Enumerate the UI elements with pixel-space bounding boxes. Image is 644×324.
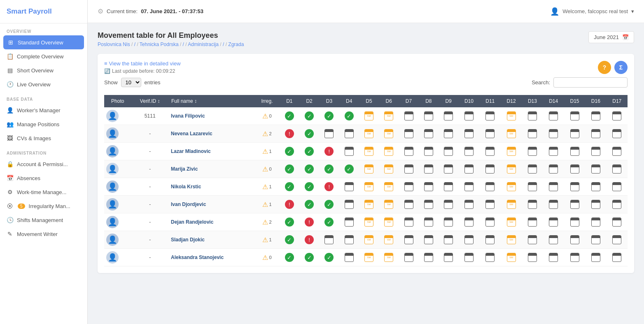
day-cell-d3[interactable]: ✓ <box>319 160 339 178</box>
day-cell-d4[interactable] <box>339 143 359 160</box>
day-cell-d12[interactable]: SM <box>501 231 522 249</box>
day-cell-d17[interactable] <box>607 125 628 143</box>
day-cell-d9[interactable] <box>439 125 458 143</box>
day-cell-d8[interactable] <box>419 249 439 266</box>
day-cell-d5[interactable]: SM <box>359 143 379 160</box>
table-row[interactable]: 👤-Dejan Randjelovic⚠2✓!✓SMSMSM <box>104 213 628 231</box>
col-full-name[interactable]: Full name ↕ <box>169 95 254 107</box>
day-cell-d15[interactable] <box>564 178 585 196</box>
sidebar-item-live-overview[interactable]: 🕐 Live Overview <box>0 77 87 91</box>
day-cell-d7[interactable] <box>399 107 418 125</box>
table-row[interactable]: 👤-Marija Zivic⚠0✓✓✓✓SMSMSM <box>104 160 628 178</box>
day-cell-d5[interactable]: SM <box>359 160 379 178</box>
sidebar-item-absences[interactable]: 📅 Absences <box>0 171 87 185</box>
day-cell-d13[interactable] <box>522 125 543 143</box>
day-cell-d1[interactable]: ✓ <box>280 249 299 266</box>
day-cell-d13[interactable] <box>522 143 543 160</box>
day-cell-d15[interactable] <box>564 125 585 143</box>
day-cell-d1[interactable]: ! <box>280 125 299 143</box>
day-cell-d13[interactable] <box>522 231 543 249</box>
day-cell-d9[interactable] <box>439 249 458 266</box>
day-cell-d6[interactable]: SM <box>379 213 399 231</box>
day-cell-d1[interactable]: ✓ <box>280 231 299 249</box>
day-cell-d8[interactable] <box>419 213 439 231</box>
day-cell-d13[interactable] <box>522 178 543 196</box>
day-cell-d1[interactable]: ✓ <box>280 107 299 125</box>
day-cell-d17[interactable] <box>607 231 628 249</box>
day-cell-d4[interactable]: ✓ <box>339 107 359 125</box>
day-cell-d8[interactable] <box>419 178 439 196</box>
day-cell-d7[interactable] <box>399 125 418 143</box>
day-cell-d6[interactable]: SM <box>379 143 399 160</box>
day-cell-d6[interactable]: SM <box>379 160 399 178</box>
day-cell-d12[interactable]: SM <box>501 125 522 143</box>
day-cell-d12[interactable]: SM <box>501 196 522 213</box>
day-cell-d14[interactable] <box>543 196 564 213</box>
day-cell-d9[interactable] <box>439 178 458 196</box>
day-cell-d3[interactable] <box>319 231 339 249</box>
day-cell-d10[interactable] <box>458 213 479 231</box>
table-row[interactable]: 👤-Sladjan Djokic⚠1✓!SMSMSM <box>104 231 628 249</box>
day-cell-d4[interactable] <box>339 178 359 196</box>
day-cell-d12[interactable]: SM <box>501 107 522 125</box>
day-cell-d12[interactable]: SM <box>501 249 522 266</box>
sidebar-item-account-permissions[interactable]: 🔒 Account & Permissi... <box>0 157 87 171</box>
day-cell-d2[interactable]: ✓ <box>299 249 319 266</box>
day-cell-d10[interactable] <box>458 125 479 143</box>
day-cell-d11[interactable] <box>480 178 501 196</box>
day-cell-d17[interactable] <box>607 196 628 213</box>
day-cell-d5[interactable]: SM <box>359 178 379 196</box>
sidebar-item-standard-overview[interactable]: ⊞ Standard Overview <box>3 35 84 49</box>
day-cell-d4[interactable] <box>339 196 359 213</box>
day-cell-d2[interactable]: ✓ <box>299 143 319 160</box>
day-cell-d8[interactable] <box>419 107 439 125</box>
sidebar-item-cvs-images[interactable]: 🖼 CVs & Images <box>0 131 87 145</box>
day-cell-d14[interactable] <box>543 125 564 143</box>
day-cell-d2[interactable]: ! <box>299 231 319 249</box>
day-cell-d9[interactable] <box>439 196 458 213</box>
day-cell-d11[interactable] <box>480 231 501 249</box>
day-cell-d1[interactable]: ✓ <box>280 213 299 231</box>
day-cell-d5[interactable]: SM <box>359 249 379 266</box>
day-cell-d17[interactable] <box>607 249 628 266</box>
day-cell-d13[interactable] <box>522 249 543 266</box>
day-cell-d4[interactable] <box>339 249 359 266</box>
sidebar-item-movement-writer[interactable]: ✎ Movement Writer <box>0 227 87 241</box>
day-cell-d15[interactable] <box>564 213 585 231</box>
day-cell-d5[interactable]: SM <box>359 213 379 231</box>
day-cell-d8[interactable] <box>419 125 439 143</box>
day-cell-d11[interactable] <box>480 125 501 143</box>
day-cell-d4[interactable] <box>339 125 359 143</box>
day-cell-d4[interactable] <box>339 231 359 249</box>
day-cell-d15[interactable] <box>564 160 585 178</box>
day-cell-d16[interactable] <box>585 196 606 213</box>
date-picker[interactable]: June 2021 📅 <box>588 31 634 43</box>
sigma-button[interactable]: Σ <box>614 61 628 74</box>
day-cell-d3[interactable]: ✓ <box>319 213 339 231</box>
day-cell-d15[interactable] <box>564 143 585 160</box>
day-cell-d9[interactable] <box>439 160 458 178</box>
day-cell-d13[interactable] <box>522 196 543 213</box>
day-cell-d4[interactable] <box>339 213 359 231</box>
day-cell-d12[interactable]: SM <box>501 143 522 160</box>
table-row[interactable]: 👤-Ivan Djordjevic⚠1!✓✓SMSMSM <box>104 196 628 213</box>
day-cell-d1[interactable]: ✓ <box>280 143 299 160</box>
day-cell-d1[interactable]: ✓ <box>280 178 299 196</box>
day-cell-d17[interactable] <box>607 213 628 231</box>
table-row[interactable]: 👤-Nevena Lazarevic⚠2!✓SMSMSM <box>104 125 628 143</box>
day-cell-d7[interactable] <box>399 231 418 249</box>
table-row[interactable]: 👤5111Ivana Filipovic⚠0✓✓✓✓SMSMSM <box>104 107 628 125</box>
day-cell-d10[interactable] <box>458 143 479 160</box>
sidebar-item-irregularity-man[interactable]: ⦿ 5 Irregularity Man... <box>0 199 87 213</box>
day-cell-d7[interactable] <box>399 178 418 196</box>
view-detailed-link[interactable]: ≡ View the table in detailed view <box>104 60 181 67</box>
day-cell-d16[interactable] <box>585 125 606 143</box>
day-cell-d16[interactable] <box>585 178 606 196</box>
day-cell-d14[interactable] <box>543 143 564 160</box>
day-cell-d9[interactable] <box>439 107 458 125</box>
table-row[interactable]: 👤-Aleksandra Stanojevic⚠0✓✓✓SMSMSM <box>104 249 628 266</box>
day-cell-d7[interactable] <box>399 196 418 213</box>
day-cell-d10[interactable] <box>458 107 479 125</box>
day-cell-d9[interactable] <box>439 213 458 231</box>
day-cell-d6[interactable]: SM <box>379 178 399 196</box>
